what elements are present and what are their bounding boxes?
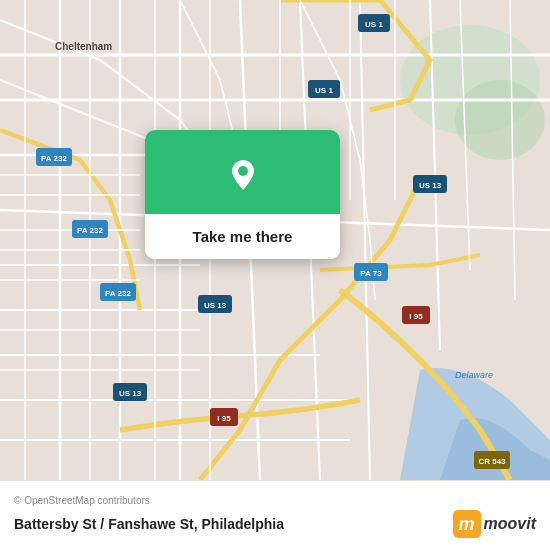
svg-text:I 95: I 95 [409,312,423,321]
svg-text:PA 232: PA 232 [41,154,67,163]
svg-text:Cheltenham: Cheltenham [55,41,112,52]
location-text: Battersby St / Fanshawe St, Philadelphia [14,516,284,532]
take-me-there-button[interactable]: Take me there [145,214,340,259]
svg-text:CR 543: CR 543 [478,457,506,466]
svg-text:US 13: US 13 [204,301,227,310]
svg-text:US 1: US 1 [315,86,333,95]
svg-text:I 95: I 95 [217,414,231,423]
location-pin-icon [221,152,265,196]
svg-point-62 [238,166,248,176]
svg-text:PA 232: PA 232 [105,289,131,298]
svg-text:Delaware: Delaware [455,370,493,380]
svg-text:PA 73: PA 73 [360,269,382,278]
copyright-text: © OpenStreetMap contributors [14,495,536,506]
svg-text:US 13: US 13 [119,389,142,398]
moovit-text: moovit [484,515,536,533]
map-container: US 1 US 1 PA 232 PA 232 PA 232 US 13 US … [0,0,550,480]
svg-text:US 1: US 1 [365,20,383,29]
card-icon-area [145,130,340,214]
svg-text:US 13: US 13 [419,181,442,190]
moovit-logo: m moovit [453,510,536,538]
bottom-bar: © OpenStreetMap contributors Battersby S… [0,480,550,550]
location-card: Take me there [145,130,340,259]
moovit-m-icon: m [453,510,481,538]
svg-point-2 [455,80,545,160]
svg-text:PA 232: PA 232 [77,226,103,235]
